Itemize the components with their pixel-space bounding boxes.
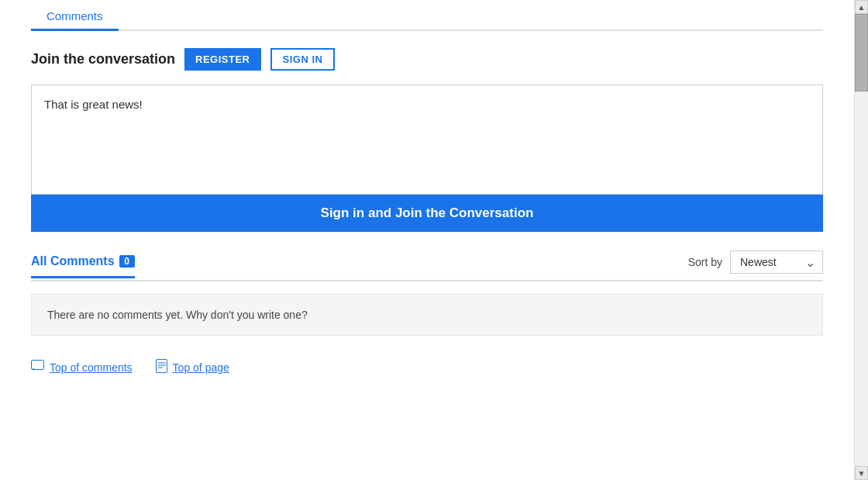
tab-comments[interactable]: Comments — [31, 3, 119, 31]
comment-count-badge: 0 — [119, 255, 135, 268]
scroll-down-arrow[interactable]: ▼ — [855, 466, 868, 480]
join-label: Join the conversation — [31, 51, 175, 67]
top-of-page-link[interactable]: Top of page — [156, 359, 229, 376]
svg-rect-0 — [32, 361, 44, 370]
scroll-track — [855, 14, 868, 466]
comment-textarea-wrapper: That is great news! — [31, 85, 823, 195]
top-of-comments-link[interactable]: Top of comments — [31, 359, 133, 376]
footer-links: Top of comments Top of page — [31, 351, 823, 392]
sign-in-join-button[interactable]: Sign in and Join the Conversation — [31, 195, 823, 232]
sort-select[interactable]: Newest Oldest Most Liked — [730, 250, 823, 274]
tabs-area: Comments — [31, 0, 823, 31]
page-icon — [156, 359, 168, 376]
all-comments-label: All Comments — [31, 254, 115, 268]
join-section: Join the conversation REGISTER SIGN IN — [31, 31, 823, 85]
svg-rect-1 — [156, 360, 167, 373]
sort-by-area: Sort by Newest Oldest Most Liked — [688, 250, 823, 274]
comments-header: All Comments 0 Sort by Newest Oldest Mos… — [31, 250, 823, 281]
comments-icon — [31, 360, 45, 375]
main-content[interactable]: Comments Join the conversation REGISTER … — [0, 0, 854, 480]
signin-button[interactable]: SIGN IN — [270, 48, 336, 71]
sort-by-label: Sort by — [688, 256, 722, 268]
comment-textarea[interactable]: That is great news! — [32, 85, 822, 194]
scroll-thumb[interactable] — [855, 14, 868, 92]
register-button[interactable]: REGISTER — [184, 48, 260, 71]
all-comments-tab[interactable]: All Comments 0 — [31, 254, 135, 278]
top-of-comments-label: Top of comments — [50, 361, 133, 374]
scroll-up-arrow[interactable]: ▲ — [855, 0, 868, 14]
no-comments-box: There are no comments yet. Why don't you… — [31, 294, 823, 336]
top-of-page-label: Top of page — [173, 361, 229, 374]
no-comments-text: There are no comments yet. Why don't you… — [47, 309, 308, 321]
scrollbar[interactable]: ▲ ▼ — [854, 0, 868, 480]
sort-select-wrapper[interactable]: Newest Oldest Most Liked — [730, 250, 823, 274]
